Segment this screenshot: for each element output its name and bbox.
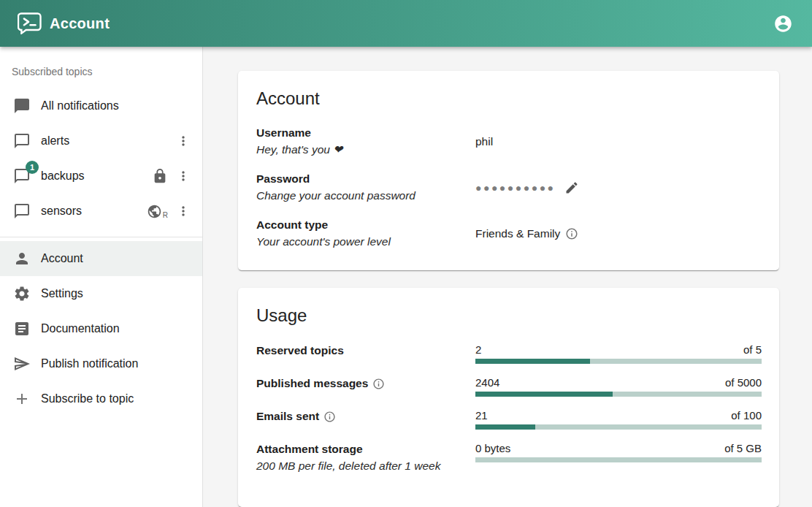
attachment-storage-label: Attachment storage (256, 443, 475, 456)
ntfy-logo-icon (18, 12, 42, 34)
progress-bar (475, 359, 762, 364)
usage-card: Usage Reserved topics 2 of 5 Published m… (238, 288, 779, 507)
reserved-topics-current: 2 (475, 343, 481, 356)
kebab-menu-icon (176, 169, 191, 183)
send-icon (13, 355, 31, 373)
sidebar-item-alerts[interactable]: alerts (0, 123, 202, 159)
gear-icon (13, 285, 31, 302)
emails-sent-label: Emails sent (256, 410, 475, 423)
account-type-row: Account type Your account's power level … (256, 218, 762, 248)
chat-outline-icon (13, 132, 31, 150)
published-messages-current: 2404 (475, 376, 499, 389)
progress-bar (475, 392, 762, 397)
emails-sent-limit: of 100 (731, 409, 762, 422)
chat-outline-icon (13, 202, 31, 220)
chat-filled-icon (13, 97, 31, 115)
account-type-value: Friends & Family (475, 227, 560, 240)
sidebar-item-documentation[interactable]: Documentation (0, 311, 202, 346)
username-sublabel: Hey, that's you ❤ (256, 143, 475, 156)
account-type-sublabel: Your account's power level (256, 235, 475, 248)
topic-list: All notifications alerts (0, 88, 202, 229)
info-icon[interactable] (565, 227, 578, 240)
globe-icon (147, 204, 162, 219)
sidebar-item-subscribe-to-topic[interactable]: Subscribe to topic (0, 381, 202, 416)
sidebar-item-settings[interactable]: Settings (0, 276, 202, 311)
username-label: Username (256, 126, 475, 140)
unread-count-badge: 1 (26, 161, 39, 174)
sidebar-item-backups[interactable]: 1 backups (0, 159, 202, 194)
sidebar: Subscribed topics All notifications aler… (0, 47, 203, 507)
reserved-topics-label: Reserved topics (256, 344, 475, 357)
topic-menu-button[interactable] (175, 132, 192, 150)
sidebar-item-label: sensors (41, 205, 82, 218)
account-type-label: Account type (256, 218, 475, 232)
reserved-topic-marker: R (147, 204, 168, 219)
document-icon (13, 320, 31, 338)
page-title: Account (50, 15, 110, 32)
info-icon[interactable] (323, 411, 336, 423)
username-row: Username Hey, that's you ❤ phil (256, 126, 762, 156)
sidebar-item-publish-notification[interactable]: Publish notification (0, 346, 202, 381)
sidebar-item-label: Publish notification (41, 357, 138, 370)
app-bar: Account (0, 0, 812, 47)
attachment-storage-current: 0 bytes (475, 442, 510, 454)
person-icon (13, 250, 31, 267)
plus-icon (13, 390, 31, 408)
nav-list: Account Settings Documentation Publish n… (0, 241, 202, 416)
topic-menu-button[interactable] (175, 167, 192, 185)
sidebar-item-label: Account (41, 252, 83, 265)
progress-bar (475, 424, 762, 430)
password-label: Password (256, 172, 475, 186)
username-value: phil (475, 135, 493, 148)
chat-outline-icon: 1 (13, 167, 31, 185)
sidebar-item-label: backups (41, 169, 85, 183)
password-sublabel: Change your account password (256, 189, 475, 202)
main-content: Account Username Hey, that's you ❤ phil … (203, 47, 812, 507)
published-messages-meter: Published messages 2404 of 5000 (256, 376, 762, 397)
sidebar-item-label: Subscribe to topic (41, 392, 134, 405)
sidebar-item-account[interactable]: Account (0, 241, 202, 276)
reserved-topics-meter: Reserved topics 2 of 5 (256, 343, 762, 364)
topic-menu-button[interactable] (175, 202, 192, 220)
account-circle-icon (773, 14, 793, 34)
subscribed-topics-label: Subscribed topics (12, 66, 202, 77)
reserved-marker-letter: R (163, 212, 168, 219)
attachment-storage-meter: Attachment storage 200 MB per file, dele… (256, 442, 762, 473)
account-menu-button[interactable] (770, 11, 796, 37)
info-icon[interactable] (372, 378, 385, 390)
attachment-storage-sublabel: 200 MB per file, deleted after 1 week (256, 460, 475, 473)
kebab-menu-icon (176, 204, 191, 218)
usage-card-title: Usage (256, 305, 762, 326)
published-messages-limit: of 5000 (725, 376, 762, 389)
sidebar-item-all-notifications[interactable]: All notifications (0, 88, 202, 123)
sidebar-item-label: alerts (41, 134, 69, 148)
sidebar-item-label: All notifications (41, 99, 119, 113)
edit-pencil-icon (564, 180, 579, 195)
published-messages-label: Published messages (256, 377, 475, 390)
emails-sent-current: 21 (475, 409, 488, 422)
reserved-topics-limit: of 5 (743, 343, 762, 356)
attachment-storage-limit: of 5 GB (724, 442, 762, 454)
account-card-title: Account (256, 88, 762, 109)
sidebar-item-label: Documentation (41, 322, 120, 335)
account-card: Account Username Hey, that's you ❤ phil … (238, 71, 779, 270)
sidebar-item-label: Settings (41, 287, 83, 300)
sidebar-item-sensors[interactable]: sensors R (0, 194, 202, 229)
emails-sent-meter: Emails sent 21 of 100 (256, 409, 762, 430)
kebab-menu-icon (176, 134, 191, 148)
sidebar-divider (0, 237, 202, 237)
progress-bar (475, 457, 762, 462)
lock-icon (152, 168, 168, 184)
change-password-button[interactable] (563, 179, 581, 197)
password-masked-value: ●●●●●●●●●● (475, 183, 556, 193)
password-row: Password Change your account password ●●… (256, 172, 762, 202)
